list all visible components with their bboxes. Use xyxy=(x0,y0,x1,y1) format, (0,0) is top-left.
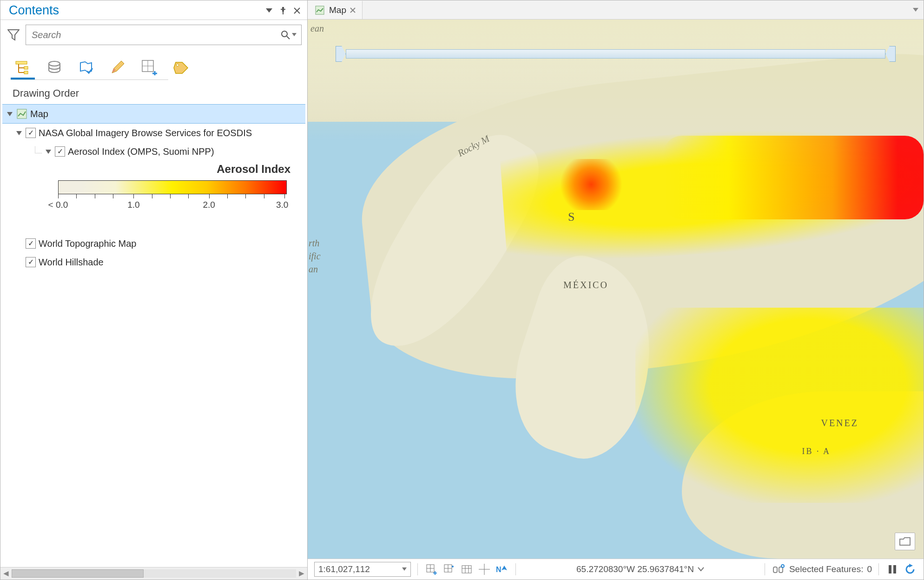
aerosol-plume-2 xyxy=(663,136,924,219)
caret-down-icon xyxy=(266,8,272,13)
pause-icon xyxy=(888,565,897,574)
sep xyxy=(765,563,765,575)
show-selected-button[interactable] xyxy=(772,562,785,576)
grid-plus-icon xyxy=(141,59,157,75)
expander-icon[interactable] xyxy=(15,129,23,137)
svg-point-7 xyxy=(282,31,287,37)
search-box[interactable] xyxy=(26,25,302,45)
svg-marker-32 xyxy=(913,8,918,12)
legend: Aerosol Index < 0.0 1.0 2.0 3.0 xyxy=(30,163,296,211)
contents-header: Contents xyxy=(0,0,307,20)
basemap-gallery-button[interactable] xyxy=(895,533,915,550)
selected-features-label: Selected Features: xyxy=(789,564,863,574)
svg-text:N: N xyxy=(496,566,502,573)
selection-binoculars-icon xyxy=(772,564,785,574)
svg-rect-43 xyxy=(462,566,471,573)
coordinate-readout[interactable]: 65.2720830°W 25.9637841°N xyxy=(522,564,758,574)
north-arrow-button[interactable]: N xyxy=(495,562,509,576)
pause-drawing-button[interactable] xyxy=(885,562,899,576)
aerosol-hotspot-1 xyxy=(559,159,624,210)
tree-basemap2-label: World Hillshade xyxy=(39,257,104,268)
expander-icon[interactable] xyxy=(6,110,13,118)
scroll-right-icon[interactable]: ► xyxy=(296,567,307,580)
list-by-source-button[interactable] xyxy=(45,58,64,77)
view-menu-button[interactable] xyxy=(908,0,924,19)
pin-icon xyxy=(280,7,286,14)
caret-down-icon xyxy=(292,33,297,37)
search-input[interactable] xyxy=(31,29,281,41)
close-pane-button[interactable] xyxy=(291,5,303,16)
time-slider[interactable] xyxy=(336,47,896,60)
contents-title: Contents xyxy=(9,3,261,18)
scroll-thumb[interactable] xyxy=(12,569,144,578)
autohide-button[interactable] xyxy=(277,5,289,16)
layer-visibility-checkbox[interactable] xyxy=(26,238,36,249)
svg-rect-10 xyxy=(16,61,27,64)
layers-tree-icon xyxy=(15,59,31,75)
triangle-down-icon xyxy=(16,130,22,136)
legend-ticks xyxy=(58,194,287,200)
sep xyxy=(417,563,418,575)
legend-tick-1: 1.0 xyxy=(127,200,139,210)
list-by-selection-button[interactable] xyxy=(77,58,95,77)
time-slider-track[interactable] xyxy=(346,49,885,59)
svg-marker-0 xyxy=(266,8,272,13)
tree-basemap1-label: World Topographic Map xyxy=(39,238,137,249)
tree-service-node[interactable]: NASA Global Imagery Browse Services for … xyxy=(2,124,305,142)
map-view-tab[interactable]: Map xyxy=(308,0,363,19)
svg-marker-56 xyxy=(909,564,913,567)
tree-layer-node[interactable]: Aerosol Index (OMPS, Suomi NPP) xyxy=(2,142,305,161)
layer-tree: Map NASA Global Imagery Browse Services … xyxy=(0,104,307,567)
refresh-button[interactable] xyxy=(903,562,917,576)
label-pacific-2: ific xyxy=(309,251,321,262)
tree-map-node[interactable]: Map xyxy=(2,104,305,124)
list-by-drawing-order-button[interactable] xyxy=(13,58,32,77)
svg-point-42 xyxy=(452,566,454,567)
layer-visibility-checkbox[interactable] xyxy=(26,257,36,267)
time-slider-end-handle[interactable] xyxy=(885,46,896,62)
label-ibra: IB · A xyxy=(802,447,831,456)
crosshair-icon xyxy=(479,564,490,575)
section-title: Drawing Order xyxy=(0,86,307,104)
snapping-button[interactable] xyxy=(424,562,438,576)
map-canvas[interactable]: ean rth ific an Rocky M S MÉXICO VENEZ I… xyxy=(308,20,924,559)
grid-plus-icon xyxy=(426,564,437,575)
svg-rect-2 xyxy=(281,9,285,10)
search-go-button[interactable] xyxy=(281,30,297,40)
tree-basemap2-node[interactable]: World Hillshade xyxy=(2,253,305,271)
status-bar: 1:61,027,112 N 65.2720830°W 25.9637841°N… xyxy=(308,559,924,580)
expander-icon[interactable] xyxy=(45,148,52,155)
tree-basemap1-node[interactable]: World Topographic Map xyxy=(2,234,305,253)
layer-visibility-checkbox[interactable] xyxy=(55,146,65,157)
triangle-down-icon xyxy=(46,149,51,154)
contents-pane: Contents xyxy=(0,0,308,580)
close-tab-button[interactable] xyxy=(350,7,356,13)
tree-map-label: Map xyxy=(30,109,48,119)
legend-tick-3: 3.0 xyxy=(276,200,288,210)
time-slider-start-handle[interactable] xyxy=(336,46,346,62)
svg-marker-27 xyxy=(16,131,22,135)
svg-rect-55 xyxy=(893,565,896,573)
pane-options-button[interactable] xyxy=(264,5,275,16)
map-scale-input[interactable]: 1:61,027,112 xyxy=(314,562,411,577)
scroll-track[interactable] xyxy=(12,569,296,578)
contents-hscrollbar[interactable]: ◄ ► xyxy=(0,567,307,580)
aerosol-plume-3 xyxy=(635,308,924,503)
inference-constraints-button[interactable] xyxy=(477,562,491,576)
list-by-snapping-button[interactable] xyxy=(140,58,158,77)
map-icon xyxy=(314,5,325,16)
funnel-icon xyxy=(7,29,20,41)
grid-corrections-button[interactable] xyxy=(442,562,456,576)
dynamic-constraints-button[interactable] xyxy=(460,562,474,576)
layer-visibility-checkbox[interactable] xyxy=(26,128,36,138)
selected-features-count: 0 xyxy=(867,564,872,574)
table-icon xyxy=(461,564,472,575)
close-icon xyxy=(350,7,356,13)
map-check-icon xyxy=(79,60,93,75)
filter-button[interactable] xyxy=(6,27,21,42)
list-by-editing-button[interactable] xyxy=(108,58,127,77)
aerosol-haze-north xyxy=(308,20,924,140)
scroll-left-icon[interactable]: ◄ xyxy=(0,567,12,580)
app-root: Contents xyxy=(0,0,924,580)
list-by-labeling-button[interactable] xyxy=(172,58,190,77)
